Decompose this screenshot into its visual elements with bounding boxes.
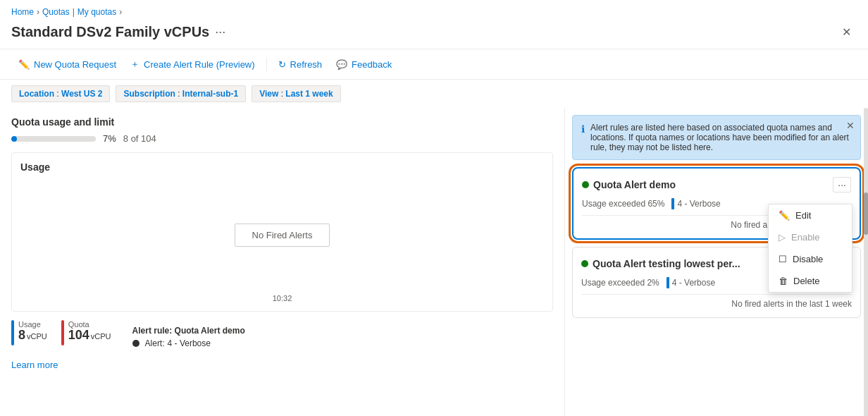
breadcrumb-sep3: ›	[119, 7, 122, 17]
alert-value-row: Alert: 4 - Verbose	[132, 338, 245, 348]
alert-card-1: Quota Alert demo ··· Usage exceeded 65% …	[572, 167, 861, 240]
edit-label: Edit	[795, 210, 811, 221]
alert-card-1-title-text: Quota Alert demo	[593, 179, 676, 190]
view-filter-value: Last 1 week	[285, 89, 333, 99]
subscription-filter-label: Subscription	[123, 89, 175, 99]
info-icon: ℹ	[581, 123, 585, 152]
usage-legend-item: Usage 8 vCPU	[11, 320, 47, 345]
right-scrollbar[interactable]	[864, 108, 868, 416]
usage-bar-fill	[11, 136, 17, 142]
chart-title: Usage	[20, 161, 544, 173]
feedback-icon: 💬	[336, 59, 347, 70]
subscription-filter-value: Internal-sub-1	[182, 89, 238, 99]
breadcrumb-my-quotas[interactable]: My quotas	[78, 7, 116, 17]
context-menu-edit[interactable]: ✏️ Edit	[769, 204, 852, 226]
alert-card-1-title: Quota Alert demo	[582, 179, 676, 190]
breadcrumb-sep1: ›	[37, 7, 39, 17]
no-alerts-box: No Fired Alerts	[235, 224, 330, 247]
breadcrumb-quotas[interactable]: Quotas	[42, 7, 70, 17]
context-menu: ✏️ Edit ▷ Enable ☐ Disable 🗑 Delete	[768, 204, 852, 293]
alert-label: Alert:	[145, 338, 165, 348]
usage-of-label: 8 of 104	[123, 133, 156, 144]
view-filter-label: View	[259, 89, 278, 99]
toolbar: ✏️ New Quota Request ＋ Create Alert Rule…	[0, 49, 868, 80]
breadcrumb-sep2: |	[73, 7, 75, 17]
info-banner: ℹ Alert rules are listed here based on a…	[572, 115, 861, 160]
usage-legend-value: 8	[18, 329, 25, 341]
alert-card-2-usage-text: Usage exceeded 2%	[581, 278, 659, 288]
toolbar-separator	[266, 57, 267, 71]
green-status-dot-2	[581, 260, 588, 267]
chart-inner: No Fired Alerts	[20, 178, 544, 291]
usage-pct-label: 7%	[103, 133, 116, 144]
pencil-icon: ✏️	[18, 59, 30, 70]
refresh-button[interactable]: ↻ Refresh	[271, 56, 330, 73]
usage-bar-row: 7% 8 of 104	[11, 133, 553, 144]
alert-dot-icon	[132, 340, 140, 347]
page-title: Standard DSv2 Family vCPUs	[11, 24, 209, 40]
delete-label: Delete	[793, 276, 820, 286]
chart-area: Usage No Fired Alerts 10:32	[11, 152, 553, 312]
view-filter[interactable]: View : Last 1 week	[252, 85, 341, 102]
learn-more-link[interactable]: Learn more	[11, 357, 553, 373]
chart-time-label: 10:32	[20, 294, 544, 302]
main-content: Quota usage and limit 7% 8 of 104 Usage …	[0, 108, 868, 416]
quota-legend-unit: vCPU	[91, 332, 111, 341]
left-panel: Quota usage and limit 7% 8 of 104 Usage …	[0, 108, 565, 416]
title-bar: Standard DSv2 Family vCPUs ··· ✕	[0, 20, 868, 49]
sev-bar-icon-1	[671, 198, 674, 209]
legend-row: Usage 8 vCPU Quota 104 vCPU	[11, 320, 553, 348]
filters-bar: Location : West US 2 Subscription : Inte…	[0, 80, 868, 108]
create-alert-button[interactable]: ＋ Create Alert Rule (Preview)	[123, 55, 262, 73]
quota-legend-value: 104	[68, 329, 89, 341]
usage-legend-bar	[11, 320, 14, 345]
quota-legend-item: Quota 104 vCPU	[61, 320, 111, 345]
quota-section-title: Quota usage and limit	[11, 116, 553, 128]
refresh-icon: ↻	[278, 59, 286, 70]
alert-card-2-title-text: Quota Alert testing lowest per...	[593, 258, 740, 269]
severity-value-1: 4 - Verbose	[677, 199, 720, 209]
refresh-label: Refresh	[290, 59, 323, 70]
alert-rule-name: Quota Alert demo	[175, 326, 245, 336]
context-menu-disable[interactable]: ☐ Disable	[769, 248, 852, 270]
breadcrumb: Home › Quotas | My quotas ›	[0, 0, 868, 20]
enable-icon: ▷	[779, 232, 786, 243]
alert-card-2-title: Quota Alert testing lowest per...	[581, 258, 740, 269]
enable-label: Enable	[791, 232, 819, 243]
severity-badge-2: 4 - Verbose	[666, 277, 715, 288]
location-filter[interactable]: Location : West US 2	[11, 85, 110, 102]
alert-card-1-header: Quota Alert demo ···	[582, 177, 851, 192]
alert-value: 4 - Verbose	[168, 338, 211, 348]
scrollbar-thumb[interactable]	[864, 192, 868, 235]
edit-icon: ✏️	[779, 210, 790, 221]
breadcrumb-home[interactable]: Home	[11, 7, 34, 17]
plus-icon: ＋	[130, 58, 140, 71]
alert-card-1-usage-text: Usage exceeded 65%	[582, 199, 664, 209]
info-banner-close[interactable]: ✕	[846, 120, 855, 131]
sev-bar-icon-2	[666, 277, 669, 288]
location-filter-value: West US 2	[61, 89, 102, 99]
subscription-filter[interactable]: Subscription : Internal-sub-1	[116, 85, 246, 102]
usage-legend-unit: vCPU	[27, 332, 47, 341]
disable-icon: ☐	[779, 254, 787, 264]
alert-rule-info: Alert rule: Quota Alert demo Alert: 4 - …	[132, 320, 245, 348]
location-filter-label: Location	[19, 89, 54, 99]
severity-badge-1: 4 - Verbose	[671, 198, 720, 209]
close-button[interactable]: ✕	[836, 23, 857, 42]
feedback-label: Feedback	[352, 59, 392, 70]
info-banner-text: Alert rules are listed here based on ass…	[590, 123, 852, 152]
alert-card-2-fired: No fired alerts in the last 1 week	[581, 294, 852, 309]
usage-bar-track	[11, 136, 96, 142]
right-panel: ℹ Alert rules are listed here based on a…	[565, 108, 868, 416]
title-more-icon[interactable]: ···	[215, 25, 225, 39]
context-menu-delete[interactable]: 🗑 Delete	[769, 270, 852, 292]
new-quota-button[interactable]: ✏️ New Quota Request	[11, 56, 123, 73]
feedback-button[interactable]: 💬 Feedback	[329, 56, 399, 73]
delete-icon: 🗑	[779, 276, 788, 286]
green-status-dot-1	[582, 181, 589, 188]
alert-rule-label: Alert rule: Quota Alert demo	[132, 326, 245, 336]
disable-label: Disable	[793, 254, 823, 264]
new-quota-label: New Quota Request	[34, 59, 116, 70]
alert-card-1-more-button[interactable]: ···	[833, 177, 851, 192]
context-menu-enable[interactable]: ▷ Enable	[769, 226, 852, 248]
